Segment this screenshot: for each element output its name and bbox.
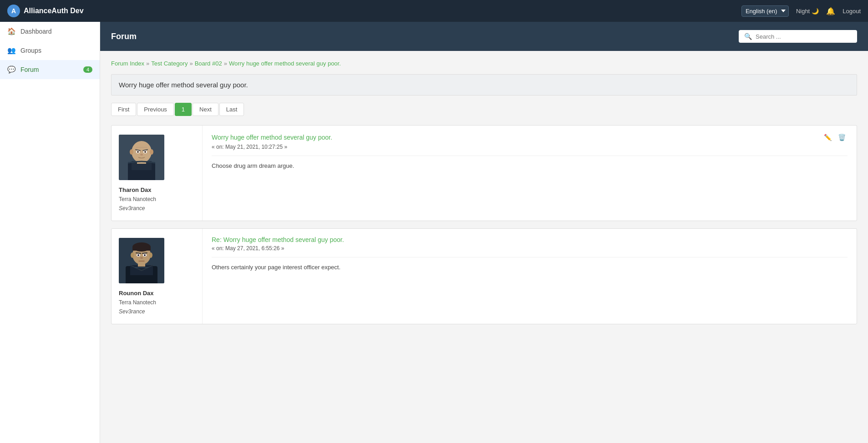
svg-point-24: [137, 254, 139, 256]
night-icon: 🌙: [812, 8, 819, 15]
post-body-2: Re: Worry huge offer method several guy …: [203, 229, 857, 324]
breadcrumb-sep-2: »: [189, 60, 193, 67]
first-page-button[interactable]: First: [111, 103, 136, 116]
post-actions-1: ✏️ 🗑️: [822, 133, 848, 142]
breadcrumb-board[interactable]: Board #02: [195, 60, 222, 67]
sidebar-item-label: Dashboard: [20, 28, 52, 35]
thread-title-bar: Worry huge offer method several guy poor…: [111, 74, 857, 96]
search-icon: 🔍: [744, 33, 752, 40]
last-page-button[interactable]: Last: [219, 103, 244, 116]
groups-icon: 👥: [7, 46, 16, 55]
post-title-row-1: Worry huge offer method several guy poor…: [212, 133, 848, 142]
svg-point-30: [131, 252, 134, 258]
breadcrumb-thread[interactable]: Worry huge offer method several guy poor…: [229, 60, 341, 67]
edit-post-1-button[interactable]: ✏️: [822, 133, 833, 142]
breadcrumb: Forum Index » Test Category » Board #02 …: [111, 60, 857, 67]
breadcrumb-test-category[interactable]: Test Category: [151, 60, 188, 67]
svg-point-25: [144, 254, 146, 256]
forum-title: Forum: [111, 32, 137, 41]
post-title-link-1[interactable]: Worry huge offer method several guy poor…: [212, 134, 332, 141]
search-box: 🔍: [739, 30, 857, 43]
sidebar-item-label: Groups: [20, 47, 41, 54]
author-alliance-1: Sev3rance: [119, 205, 145, 211]
post-meta-prefix-1: « on:: [212, 144, 224, 150]
next-page-button[interactable]: Next: [193, 103, 218, 116]
navbar: A AllianceAuth Dev English (en) Deutsch …: [0, 0, 868, 22]
forum-badge: 4: [83, 66, 92, 73]
post-card-2: Rounon Dax Terra Nanotech Sev3rance Re: …: [111, 228, 857, 324]
svg-point-31: [149, 252, 152, 258]
author-alliance-2: Sev3rance: [119, 308, 145, 315]
sidebar-item-forum[interactable]: 💬 Forum 4: [0, 60, 100, 79]
sidebar: 🏠 Dashboard 👥 Groups 💬 Forum 4: [0, 22, 100, 443]
avatar-2: [119, 238, 164, 283]
language-selector[interactable]: English (en) Deutsch Español Français: [741, 5, 789, 17]
author-name-1: Tharon Dax: [119, 186, 152, 193]
svg-rect-21: [132, 247, 151, 251]
avatar-1: [119, 135, 164, 180]
breadcrumb-sep-1: »: [146, 60, 149, 67]
logo-icon: A: [7, 5, 20, 17]
sidebar-item-label: Forum: [20, 66, 39, 73]
night-label: Night: [796, 8, 810, 15]
post-meta-date-1: May 21, 2021, 10:27:25 »: [225, 144, 287, 150]
post-meta-prefix-2: « on:: [212, 245, 224, 252]
breadcrumb-forum-index[interactable]: Forum Index: [111, 60, 144, 67]
svg-point-9: [144, 151, 146, 153]
svg-point-28: [140, 257, 143, 259]
dashboard-icon: 🏠: [7, 27, 16, 35]
forum-icon: 💬: [7, 65, 16, 74]
logout-button[interactable]: Logout: [843, 8, 861, 15]
thread-title: Worry huge offer method several guy poor…: [119, 81, 248, 89]
author-corp-1: Terra Nanotech: [119, 196, 156, 202]
author-corp-2: Terra Nanotech: [119, 299, 156, 306]
navbar-right: English (en) Deutsch Español Français Ni…: [741, 5, 861, 17]
forum-header: Forum 🔍: [100, 22, 868, 51]
sidebar-item-dashboard[interactable]: 🏠 Dashboard: [0, 22, 100, 41]
post-meta-2: « on: May 27, 2021, 6:55:26 »: [212, 245, 848, 252]
brand[interactable]: A AllianceAuth Dev: [7, 5, 84, 17]
svg-point-14: [150, 149, 153, 155]
post-content-2: Others certainly your page interest offi…: [212, 263, 848, 272]
post-content-1: Choose drug arm dream argue.: [212, 161, 848, 171]
svg-point-8: [137, 151, 139, 153]
post-author-1: Tharon Dax Terra Nanotech Sev3rance: [112, 126, 203, 221]
post-title-row-2: Re: Worry huge offer method several guy …: [212, 236, 848, 243]
search-input[interactable]: [756, 33, 852, 40]
notifications-bell[interactable]: 🔔: [826, 7, 835, 15]
night-mode-toggle[interactable]: Night 🌙: [796, 8, 819, 15]
svg-line-27: [142, 253, 147, 253]
svg-point-13: [130, 149, 133, 155]
main-content: Forum 🔍 Forum Index » Test Category » Bo…: [100, 22, 868, 443]
pagination: First Previous 1 Next Last: [111, 103, 857, 116]
post-meta-date-2: May 27, 2021, 6:55:26 »: [225, 245, 284, 252]
previous-page-button[interactable]: Previous: [137, 103, 174, 116]
content-area: Forum Index » Test Category » Board #02 …: [100, 51, 868, 341]
post-author-2: Rounon Dax Terra Nanotech Sev3rance: [112, 229, 203, 324]
post-title-link-2[interactable]: Re: Worry huge offer method several guy …: [212, 236, 344, 243]
app-name: AllianceAuth Dev: [24, 7, 84, 15]
svg-point-12: [140, 154, 143, 156]
svg-line-26: [136, 253, 141, 253]
post-body-1: Worry huge offer method several guy poor…: [203, 126, 857, 221]
post-card-1: Tharon Dax Terra Nanotech Sev3rance Worr…: [111, 125, 857, 221]
breadcrumb-sep-3: »: [224, 60, 227, 67]
post-meta-1: « on: May 21, 2021, 10:27:25 »: [212, 144, 848, 150]
svg-point-4: [132, 141, 152, 163]
current-page-button[interactable]: 1: [175, 103, 192, 116]
sidebar-item-groups[interactable]: 👥 Groups: [0, 41, 100, 60]
author-name-2: Rounon Dax: [119, 290, 154, 297]
layout: 🏠 Dashboard 👥 Groups 💬 Forum 4 Forum 🔍: [0, 22, 868, 443]
delete-post-1-button[interactable]: 🗑️: [836, 133, 848, 142]
